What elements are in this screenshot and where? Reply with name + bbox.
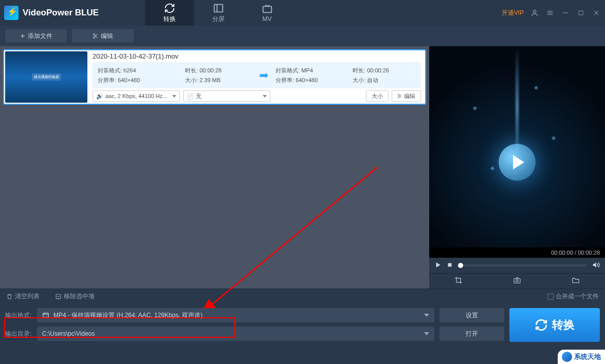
main-area: 烁光视频转换器 2020-11-03-10-42-37(1).mov 封装格式:…: [0, 46, 605, 289]
scissors-icon: [93, 33, 99, 39]
minimize-button[interactable]: [561, 8, 570, 17]
remove-selected-button[interactable]: 移除选中项: [55, 292, 95, 301]
file-name: 2020-11-03-10-42-37(1).mov: [93, 52, 421, 60]
svg-rect-30: [43, 313, 49, 317]
refresh-icon: [535, 318, 548, 332]
output-format-label: 输出格式:: [5, 311, 32, 320]
svg-rect-26: [514, 279, 520, 283]
list-footer: 清空列表 移除选中项 合并成一个文件: [0, 289, 605, 304]
output-format-select[interactable]: MP4 - 保持源视频设置 (H.264; AAC, 128Kbps, 双声道): [37, 308, 434, 322]
edit-button[interactable]: 编辑: [72, 29, 134, 43]
svg-point-27: [516, 280, 518, 282]
subtitle-icon: 📄: [187, 93, 194, 100]
convert-arrow-icon: ➡: [259, 69, 268, 82]
format-icon: [42, 312, 49, 319]
subtitle-select[interactable]: 📄 无: [183, 90, 270, 102]
svg-point-14: [94, 37, 95, 39]
output-dir-row: 输出目录: C:\Users\pc\Videos: [5, 327, 434, 341]
output-dir-label: 输出目录:: [5, 330, 32, 338]
tab-split[interactable]: 分屏: [194, 0, 243, 26]
edit-label: 编辑: [101, 32, 113, 41]
output-format-value: MP4 - 保持源视频设置 (H.264; AAC, 128Kbps, 双声道): [53, 311, 203, 320]
add-file-label: 添加文件: [28, 32, 52, 41]
svg-line-22: [211, 167, 378, 305]
merge-label: 合并成一个文件: [556, 292, 599, 301]
clear-list-label: 清空列表: [15, 292, 40, 301]
svg-point-3: [533, 10, 536, 13]
svg-marker-23: [436, 262, 441, 267]
app-logo: VideoPower BLUE: [4, 6, 99, 20]
svg-point-13: [94, 34, 95, 35]
source-info: 封装格式: h264 分辨率: 640×480: [98, 67, 185, 84]
vip-link[interactable]: 开通VIP: [502, 9, 524, 17]
snapshot-icon[interactable]: [513, 276, 521, 286]
svg-rect-0: [214, 4, 223, 12]
progress-thumb[interactable]: [458, 263, 463, 268]
refresh-icon: [164, 3, 175, 14]
annotation-arrow: [203, 162, 383, 311]
play-button[interactable]: [434, 261, 442, 270]
remove-selected-label: 移除选中项: [64, 292, 95, 301]
audio-select-value: aac, 2 Kbps, 44100 Hz...: [105, 93, 167, 99]
menu-icon[interactable]: [545, 8, 555, 17]
file-thumbnail: 烁光视频转换器: [5, 51, 87, 103]
subtitle-select-value: 无: [196, 92, 201, 100]
globe-icon: [562, 352, 572, 362]
preview-video[interactable]: [429, 46, 605, 247]
file-card[interactable]: 烁光视频转换器 2020-11-03-10-42-37(1).mov 封装格式:…: [3, 49, 426, 105]
size-button[interactable]: 大小: [366, 90, 389, 102]
trash-icon: [6, 293, 13, 300]
toolbar: 添加文件 编辑: [0, 26, 605, 46]
audio-select[interactable]: 🔊 aac, 2 Kbps, 44100 Hz...: [93, 90, 180, 102]
close-button[interactable]: [592, 8, 601, 17]
titlebar-right: 开通VIP: [502, 8, 601, 17]
stop-button[interactable]: [447, 262, 453, 270]
preview-timecode: 00:00:00 / 00:00:28: [429, 247, 605, 258]
file-info: 封装格式: h264 分辨率: 640×480 时长: 00:00:28 大小:…: [93, 62, 421, 88]
remove-icon: [55, 293, 62, 300]
volume-icon[interactable]: [592, 261, 600, 271]
open-button[interactable]: 打开: [439, 327, 504, 341]
file-list-pane: 烁光视频转换器 2020-11-03-10-42-37(1).mov 封装格式:…: [0, 46, 429, 289]
crop-icon[interactable]: [454, 276, 463, 286]
watermark-badge: 系统天地: [558, 350, 605, 364]
mv-icon: [262, 3, 273, 14]
checkbox-icon: [547, 294, 554, 300]
scissors-icon: [397, 93, 402, 99]
top-nav: 转换 分屏 MV: [145, 0, 291, 26]
folder-icon[interactable]: [572, 276, 580, 286]
merge-checkbox[interactable]: 合并成一个文件: [547, 292, 599, 301]
tab-convert[interactable]: 转换: [145, 0, 194, 26]
preview-pane: 00:00:00 / 00:00:28: [429, 46, 605, 289]
watermark-text: 系统天地: [574, 352, 601, 361]
file-card-body: 2020-11-03-10-42-37(1).mov 封装格式: h264 分辨…: [88, 50, 425, 104]
plus-icon: [20, 33, 26, 39]
svg-marker-25: [593, 262, 596, 267]
logo-icon: [4, 6, 19, 20]
tab-convert-label: 转换: [163, 15, 176, 24]
target-info: 封装格式: MP4 分辨率: 640×480: [276, 67, 353, 84]
tab-mv-label: MV: [263, 15, 272, 23]
user-icon[interactable]: [530, 8, 539, 17]
audio-icon: 🔊: [96, 93, 103, 100]
thumb-caption: 烁光视频转换器: [32, 73, 61, 81]
maximize-button[interactable]: [576, 8, 585, 17]
item-edit-button[interactable]: 编辑: [392, 90, 421, 102]
progress-bar[interactable]: [458, 264, 586, 266]
svg-point-18: [398, 97, 399, 98]
titlebar: VideoPower BLUE 转换 分屏 MV 开通VIP: [0, 0, 605, 26]
add-file-button[interactable]: 添加文件: [5, 29, 67, 43]
source-info-2: 时长: 00:00:28 大小: 2.39 MB: [185, 67, 252, 84]
convert-button[interactable]: 转换: [509, 308, 600, 342]
clear-list-button[interactable]: 清空列表: [6, 292, 40, 301]
svg-rect-24: [448, 263, 452, 266]
target-info-2: 时长: 00:00:26 大小: 自动: [353, 67, 409, 84]
settings-button[interactable]: 设置: [439, 308, 504, 322]
player-controls: [429, 258, 605, 273]
svg-rect-2: [263, 6, 271, 12]
output-format-row: 输出格式: MP4 - 保持源视频设置 (H.264; AAC, 128Kbps…: [5, 308, 434, 322]
split-icon: [213, 3, 224, 14]
tab-mv[interactable]: MV: [243, 0, 291, 26]
preview-tools: [429, 273, 605, 289]
output-dir-select[interactable]: C:\Users\pc\Videos: [37, 327, 434, 341]
